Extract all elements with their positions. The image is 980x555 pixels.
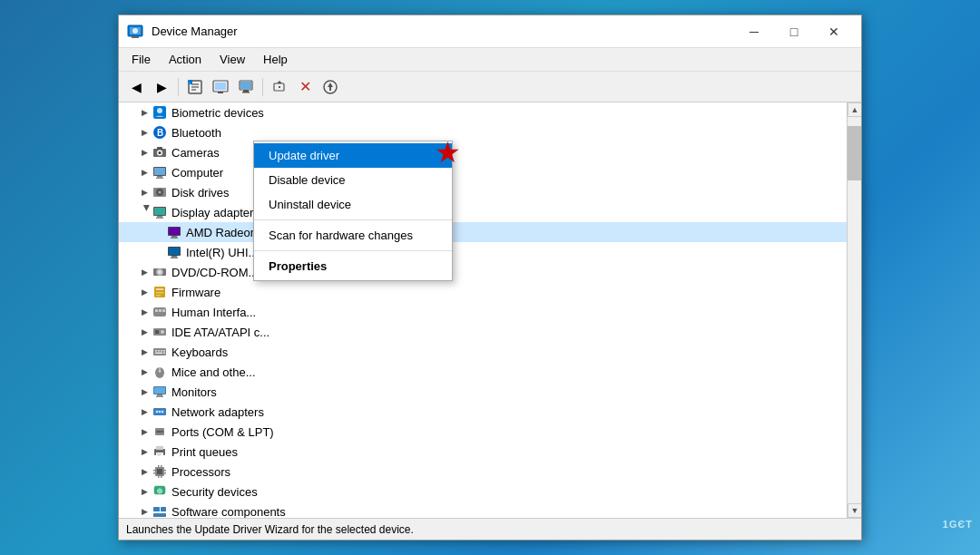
svg-rect-96 bbox=[158, 465, 160, 468]
svg-rect-100 bbox=[153, 470, 156, 472]
close-button[interactable]: ✕ bbox=[814, 15, 854, 48]
tree-item-dvd[interactable]: ▶ DVD/CD-ROM... bbox=[119, 262, 847, 282]
tree-item-cameras[interactable]: ▶ Cameras bbox=[119, 142, 847, 162]
toolbar-monitor[interactable] bbox=[234, 75, 258, 99]
svg-rect-92 bbox=[157, 453, 162, 454]
tree-item-ports[interactable]: ▶ Ports (COM & LPT) bbox=[119, 422, 847, 442]
tree-item-softwarecomponents[interactable]: ▶ Software components bbox=[119, 501, 847, 518]
menu-action[interactable]: Action bbox=[160, 51, 211, 68]
tree-label-firmware: Firmware bbox=[172, 286, 220, 299]
tree-label-computer: Computer bbox=[172, 166, 223, 180]
svg-rect-16 bbox=[242, 92, 250, 93]
tree-label-mice: Mice and othe... bbox=[172, 365, 256, 379]
svg-point-25 bbox=[157, 108, 162, 113]
tree-item-keyboards[interactable]: ▶ Keyboards bbox=[119, 342, 847, 362]
tree-item-ide[interactable]: ▶ IDE ATA/ATAPI c... bbox=[119, 322, 847, 342]
tree-item-securitydevices[interactable]: ▶ Security devices bbox=[119, 482, 847, 501]
tree-item-diskdrives[interactable]: ▶ Disk drives bbox=[119, 182, 847, 202]
ctx-scan-hardware[interactable]: Scan for hardware changes bbox=[254, 223, 452, 248]
tree-label-humaninterface: Human Interfa... bbox=[172, 306, 256, 319]
tree-item-processors[interactable]: ▶ Processors bbox=[119, 462, 847, 482]
chevron-computer: ▶ bbox=[137, 165, 152, 180]
tree-label-bluetooth: Bluetooth bbox=[172, 126, 221, 140]
svg-point-30 bbox=[159, 151, 162, 154]
tree-item-firmware[interactable]: ▶ Firmware bbox=[119, 282, 847, 302]
tree-item-networkadapters[interactable]: ▶ Network adapters bbox=[119, 402, 847, 422]
tree-label-keyboards: Keyboards bbox=[172, 346, 228, 359]
chevron-cameras: ▶ bbox=[137, 145, 152, 160]
toolbar-back[interactable]: ◀ bbox=[124, 75, 148, 99]
toolbar-properties[interactable]: i bbox=[183, 75, 207, 99]
svg-point-83 bbox=[159, 411, 161, 413]
maximize-button[interactable]: □ bbox=[774, 15, 814, 48]
device-tree[interactable]: ▶ Biometric devices ▶ B Bluetooth ▶ bbox=[119, 102, 847, 518]
scroll-up[interactable]: ▲ bbox=[848, 102, 861, 117]
chevron-dvd: ▶ bbox=[137, 265, 152, 279]
scrollbar-thumb[interactable] bbox=[848, 126, 861, 180]
svg-rect-42 bbox=[156, 218, 163, 219]
tree-item-computer[interactable]: ▶ Computer bbox=[119, 162, 847, 182]
svg-rect-45 bbox=[172, 236, 177, 238]
svg-rect-23 bbox=[329, 87, 331, 91]
tree-item-biometric[interactable]: ▶ Biometric devices bbox=[119, 102, 847, 122]
svg-rect-40 bbox=[154, 208, 165, 215]
tree-item-printqueues[interactable]: ▶ Print queues bbox=[119, 442, 847, 462]
svg-rect-69 bbox=[163, 350, 165, 352]
tree-label-ports: Ports (COM & LPT) bbox=[172, 425, 274, 439]
toolbar-add-legacy[interactable] bbox=[268, 75, 291, 99]
svg-rect-97 bbox=[161, 465, 162, 468]
svg-text:B: B bbox=[157, 128, 163, 138]
minimize-button[interactable]: ─ bbox=[734, 15, 774, 48]
svg-rect-103 bbox=[164, 472, 167, 474]
tree-item-mice[interactable]: ▶ Mice and othe... bbox=[119, 362, 847, 382]
toolbar-uninstall[interactable]: ✕ bbox=[293, 75, 317, 99]
chevron-diskdrives: ▶ bbox=[137, 185, 152, 200]
tree-item-bluetooth[interactable]: ▶ B Bluetooth bbox=[119, 122, 847, 142]
icon-amd bbox=[166, 225, 182, 239]
menu-help[interactable]: Help bbox=[254, 51, 297, 68]
icon-biometric bbox=[152, 105, 168, 120]
menu-file[interactable]: File bbox=[122, 51, 160, 68]
tree-label-biometric: Biometric devices bbox=[172, 106, 264, 120]
icon-softwarecomponents bbox=[152, 504, 168, 518]
ctx-disable-device[interactable]: Disable device bbox=[254, 168, 452, 192]
chevron-bluetooth: ▶ bbox=[137, 125, 152, 140]
svg-point-38 bbox=[159, 191, 162, 194]
tree-item-displayadapters[interactable]: ▶ Display adapters bbox=[119, 202, 847, 222]
ctx-update-driver[interactable]: Update driver bbox=[254, 143, 452, 168]
chevron-humaninterface: ▶ bbox=[137, 305, 152, 319]
svg-rect-14 bbox=[240, 82, 251, 89]
svg-rect-77 bbox=[154, 387, 165, 394]
svg-rect-79 bbox=[156, 396, 163, 398]
svg-text:i: i bbox=[190, 81, 191, 85]
icon-cameras bbox=[152, 145, 168, 160]
icon-computer bbox=[152, 165, 168, 180]
icon-intel bbox=[166, 245, 182, 259]
scrollbar[interactable]: ▲ ▼ bbox=[847, 102, 861, 518]
ctx-properties[interactable]: Properties bbox=[254, 254, 452, 278]
chevron-networkadapters: ▶ bbox=[137, 404, 152, 419]
toolbar-forward[interactable]: ▶ bbox=[150, 75, 173, 99]
menu-view[interactable]: View bbox=[211, 51, 254, 68]
icon-humaninterface bbox=[152, 305, 168, 319]
tree-item-monitors[interactable]: ▶ Monitors bbox=[119, 382, 847, 402]
toolbar-update[interactable] bbox=[318, 75, 342, 99]
toolbar: ◀ ▶ i bbox=[119, 72, 861, 102]
svg-rect-65 bbox=[153, 348, 166, 355]
chevron-ports: ▶ bbox=[137, 424, 152, 439]
svg-rect-61 bbox=[162, 309, 165, 312]
icon-processors bbox=[152, 464, 168, 479]
chevron-biometric: ▶ bbox=[137, 105, 152, 120]
status-text: Launches the Update Driver Wizard for th… bbox=[126, 523, 414, 536]
tree-item-intel[interactable]: ▶ Intel(R) UHI... bbox=[119, 242, 847, 262]
svg-rect-68 bbox=[161, 350, 162, 352]
scroll-down[interactable]: ▼ bbox=[848, 503, 861, 518]
svg-rect-71 bbox=[157, 353, 162, 355]
tree-item-humaninterface[interactable]: ▶ Human Interfa... bbox=[119, 302, 847, 322]
tree-item-amd[interactable]: ▶ AMD Radeon (TM) RX 640 bbox=[119, 222, 847, 242]
icon-monitors bbox=[152, 385, 168, 399]
icon-displayadapters bbox=[152, 205, 168, 219]
window-title: Device Manager bbox=[152, 24, 734, 38]
ctx-uninstall-device[interactable]: Uninstall device bbox=[254, 192, 452, 217]
toolbar-scan[interactable] bbox=[209, 75, 232, 99]
